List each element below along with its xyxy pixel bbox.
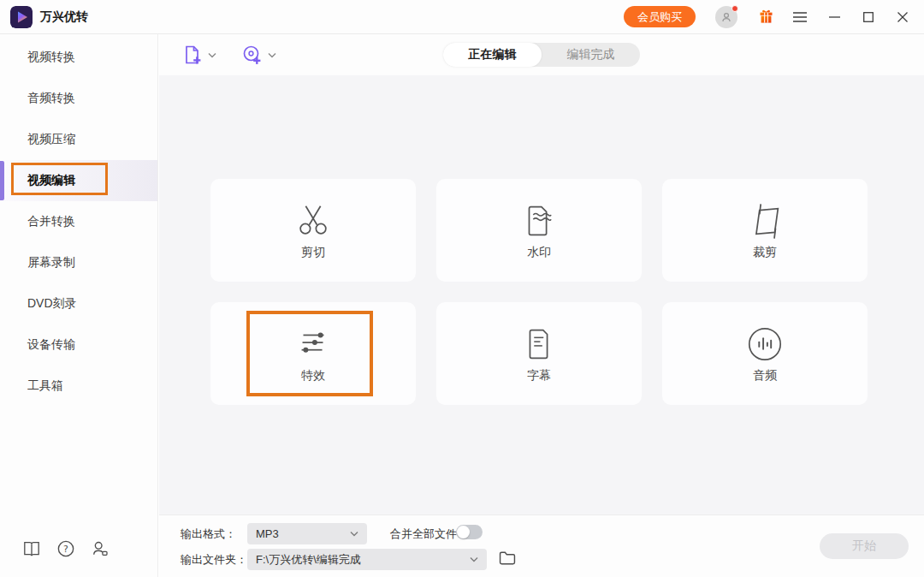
chevron-down-icon [268,52,276,58]
sidebar-item-toolbox[interactable]: 工具箱 [0,366,157,407]
card-label: 字幕 [527,368,551,384]
edit-tools-grid: 剪切 水印 [210,179,868,405]
contact-support-icon[interactable] [91,539,110,558]
maximize-button[interactable] [859,8,878,27]
sidebar-item-video-edit[interactable]: 视频编辑 [0,160,157,201]
notification-dot [732,5,738,12]
open-folder-icon[interactable] [498,549,517,568]
gift-icon[interactable] [756,8,775,27]
card-cut[interactable]: 剪切 [210,179,416,282]
sidebar: 视频转换 音频转换 视频压缩 视频编辑 合并转换 屏幕录制 DVD刻录 设备传输… [0,34,158,577]
output-settings-bar: 输出格式： MP3 合并全部文件 输出文件夹： F:\万兴优转\编辑完成 开始 [159,515,924,577]
output-folder-label: 输出文件夹： [181,552,247,568]
card-audio[interactable]: 音频 [662,302,868,405]
sidebar-item-device-transfer[interactable]: 设备传输 [0,324,157,366]
sidebar-item-merge-convert[interactable]: 合并转换 [0,201,157,242]
add-file-button[interactable] [182,45,216,65]
card-label: 剪切 [301,245,325,260]
chevron-down-icon [350,531,358,537]
sidebar-item-video-convert[interactable]: 视频转换 [0,37,157,78]
chevron-down-icon [208,52,216,58]
card-watermark[interactable]: 水印 [436,179,642,282]
edit-state-tabs: 正在编辑 编辑完成 [443,43,640,67]
output-format-select[interactable]: MP3 [247,523,367,544]
start-button[interactable]: 开始 [820,533,909,559]
menu-button[interactable] [791,8,809,27]
scissors-icon [293,200,333,241]
add-disc-icon [242,45,263,65]
subtitle-icon [519,324,559,365]
user-avatar[interactable] [715,6,737,28]
crop-icon [745,200,785,241]
card-crop[interactable]: 裁剪 [662,179,868,282]
main-content: 剪切 水印 [159,75,924,515]
person-icon [720,11,732,23]
toolbar: 正在编辑 编辑完成 [159,34,924,75]
card-label: 裁剪 [753,245,777,260]
merge-all-files-label: 合并全部文件 [390,526,457,542]
titlebar: 万兴优转 会员购买 [0,0,924,34]
user-guide-book-icon[interactable] [22,539,41,558]
help-icon[interactable]: ? [56,539,75,558]
sidebar-item-dvd-burn[interactable]: DVD刻录 [0,283,157,324]
output-folder-select[interactable]: F:\万兴优转\编辑完成 [247,549,487,570]
add-disc-button[interactable] [242,45,276,65]
sidebar-item-video-compress[interactable]: 视频压缩 [0,119,157,160]
active-indicator-bar [0,161,4,200]
card-label: 特效 [301,368,325,384]
tab-editing[interactable]: 正在编辑 [443,43,542,67]
svg-text:?: ? [63,544,68,555]
app-title: 万兴优转 [40,9,88,25]
tab-edit-finished[interactable]: 编辑完成 [542,43,640,67]
sidebar-item-screen-record[interactable]: 屏幕录制 [0,242,157,283]
app-window: 万兴优转 会员购买 [0,0,924,577]
sidebar-item-audio-convert[interactable]: 音频转换 [0,78,157,119]
close-button[interactable] [893,8,912,27]
merge-toggle[interactable] [456,525,483,539]
minimize-button[interactable] [825,8,844,27]
membership-buy-button[interactable]: 会员购买 [624,6,696,27]
card-label: 水印 [527,245,551,260]
toggle-knob [457,526,470,538]
chevron-down-icon [470,556,478,562]
audio-icon [745,324,785,365]
output-format-label: 输出格式： [181,526,236,542]
add-file-icon [182,45,203,65]
card-label: 音频 [753,368,777,384]
app-logo-icon [10,6,33,28]
effects-icon [293,324,333,365]
card-subtitle[interactable]: 字幕 [436,302,642,405]
watermark-icon [519,200,559,241]
card-effects[interactable]: 特效 [210,302,416,405]
